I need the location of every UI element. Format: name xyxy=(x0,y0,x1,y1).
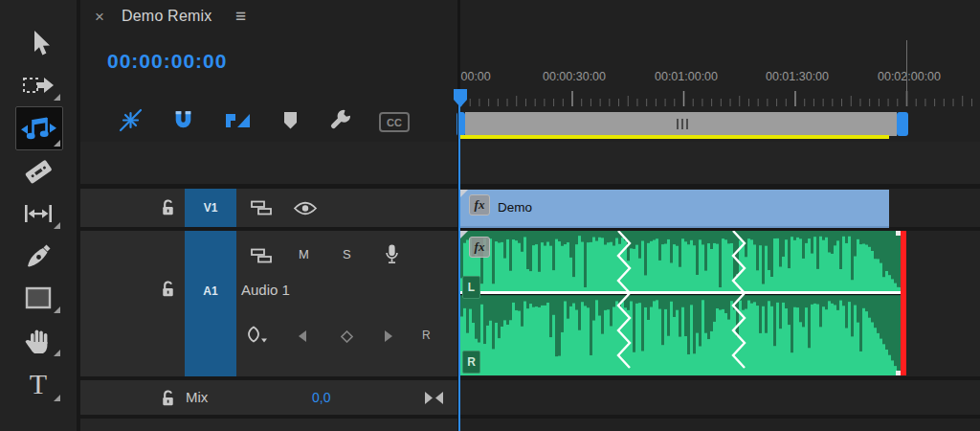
flyout-triangle xyxy=(54,395,60,401)
keyframe-diamond-icon xyxy=(245,331,269,348)
next-keyframe-icon xyxy=(384,329,393,346)
flyout-triangle xyxy=(54,350,60,356)
mute-track-button[interactable]: M xyxy=(299,247,309,261)
snap-toggle-button[interactable] xyxy=(171,108,195,136)
marker-icon xyxy=(282,110,299,134)
add-keyframe-diamond-icon xyxy=(341,329,353,346)
previous-keyframe-icon xyxy=(298,329,307,346)
mix-track-lane xyxy=(460,380,980,415)
eye-icon xyxy=(293,203,318,219)
add-marker-button[interactable] xyxy=(282,110,299,134)
premiere-timeline-panel: T × Demo Remix ≡ 00:00:00:00 CC xyxy=(0,0,980,431)
razor-icon xyxy=(22,155,55,188)
mix-pan-button[interactable] xyxy=(424,391,444,409)
selection-tool-button[interactable] xyxy=(17,25,59,61)
clip-corner-fold xyxy=(460,190,468,197)
sync-lock-icon xyxy=(250,204,273,220)
mix-track-label: Mix xyxy=(186,389,208,405)
scrollbar-grip xyxy=(686,119,688,129)
open-lock-icon xyxy=(159,395,177,411)
tab-title: Demo Remix xyxy=(122,8,212,25)
add-keyframe-button[interactable] xyxy=(341,329,353,347)
mix-track-header xyxy=(80,380,457,415)
captions-button[interactable]: CC xyxy=(379,112,410,132)
show-keyframes-button[interactable] xyxy=(245,326,269,349)
razor-tool-button[interactable] xyxy=(17,153,59,190)
ruler-tick-label: 00:01:00:00 xyxy=(655,70,718,83)
selection-arrow-icon xyxy=(25,29,52,57)
ruler-tick-label: 00:00:30:00 xyxy=(543,70,606,83)
remix-tool-icon xyxy=(19,114,57,145)
linked-selection-button[interactable] xyxy=(224,111,251,134)
mix-volume-value[interactable]: 0,0 xyxy=(312,390,330,405)
close-tab-icon[interactable]: × xyxy=(95,8,104,27)
video-clip-label: Demo xyxy=(498,190,532,224)
ruler-tick-marks xyxy=(460,90,980,108)
bowtie-icon xyxy=(424,392,444,408)
audio-clip-remix[interactable]: fx L R xyxy=(460,231,901,375)
flyout-triangle xyxy=(54,94,60,101)
sync-lock-icon xyxy=(250,252,273,268)
scrollbar-grip xyxy=(677,119,679,129)
playhead-timecode-field[interactable]: 00:00:00:00 xyxy=(107,50,227,73)
nest-toggle-button[interactable] xyxy=(118,107,144,137)
audio-track-name: Audio 1 xyxy=(241,282,290,298)
toggle-track-output-button[interactable] xyxy=(293,200,318,220)
zoom-handle-right[interactable] xyxy=(897,112,908,136)
rectangle-icon xyxy=(23,284,54,311)
nest-icon xyxy=(118,107,144,137)
clip-corner-fold xyxy=(460,231,468,238)
open-lock-icon xyxy=(159,285,177,302)
flyout-triangle xyxy=(54,306,60,313)
channel-right-badge: R xyxy=(462,351,480,374)
video-target-label: V1 xyxy=(204,201,218,215)
magnet-icon xyxy=(171,108,195,136)
render-bar-yellow xyxy=(460,135,889,139)
bottom-strip xyxy=(80,419,457,431)
channel-left-badge: L xyxy=(462,276,480,299)
flyout-triangle xyxy=(54,222,60,229)
previous-keyframe-button[interactable] xyxy=(298,329,307,347)
wrench-icon xyxy=(328,107,353,136)
panel-menu-icon[interactable]: ≡ xyxy=(235,6,246,27)
video-track-target-button[interactable]: V1 xyxy=(185,189,236,227)
open-lock-icon xyxy=(159,204,177,220)
video-clip-demo[interactable]: fx Demo xyxy=(460,190,889,228)
audio-waveform xyxy=(460,231,901,375)
sequence-end-indicator xyxy=(906,40,907,106)
ruler-tick-label: :00:00 xyxy=(457,70,491,83)
audio-track-target-button[interactable]: A1 xyxy=(185,231,236,376)
pen-icon xyxy=(23,240,54,271)
scrollbar-grip xyxy=(681,119,683,129)
keyframe-row-r-label: R xyxy=(422,329,431,342)
flyout-triangle xyxy=(54,140,60,147)
timeline-display-settings-button[interactable] xyxy=(328,107,353,136)
audio-track-lock-button[interactable] xyxy=(159,280,177,303)
track-select-forward-icon xyxy=(21,72,56,99)
audio-target-label: A1 xyxy=(203,284,217,298)
audio-sync-lock-button[interactable] xyxy=(250,246,273,269)
mix-track-lock-button[interactable] xyxy=(159,389,177,412)
voiceover-record-button[interactable] xyxy=(384,243,400,269)
ruler-tick-label: 00:01:30:00 xyxy=(766,70,829,83)
linked-selection-icon xyxy=(224,111,251,134)
end-of-media-marker xyxy=(901,231,906,375)
video-track-lock-button[interactable] xyxy=(159,198,177,221)
slip-tool-icon xyxy=(22,199,55,228)
next-keyframe-button[interactable] xyxy=(384,329,393,347)
microphone-icon xyxy=(384,252,400,268)
ruler-tick-label: 00:02:00:00 xyxy=(878,70,941,83)
hand-icon xyxy=(24,326,53,356)
timeline-upper-area xyxy=(80,142,980,184)
fx-badge: fx xyxy=(469,194,490,216)
type-tool-icon: T xyxy=(30,370,47,398)
video-sync-lock-button[interactable] xyxy=(250,198,273,221)
playhead-head[interactable] xyxy=(453,88,468,108)
solo-track-button[interactable]: S xyxy=(343,247,351,261)
fx-badge: fx xyxy=(469,237,490,258)
pen-tool-button[interactable] xyxy=(17,238,59,274)
playhead-line[interactable] xyxy=(458,89,460,431)
